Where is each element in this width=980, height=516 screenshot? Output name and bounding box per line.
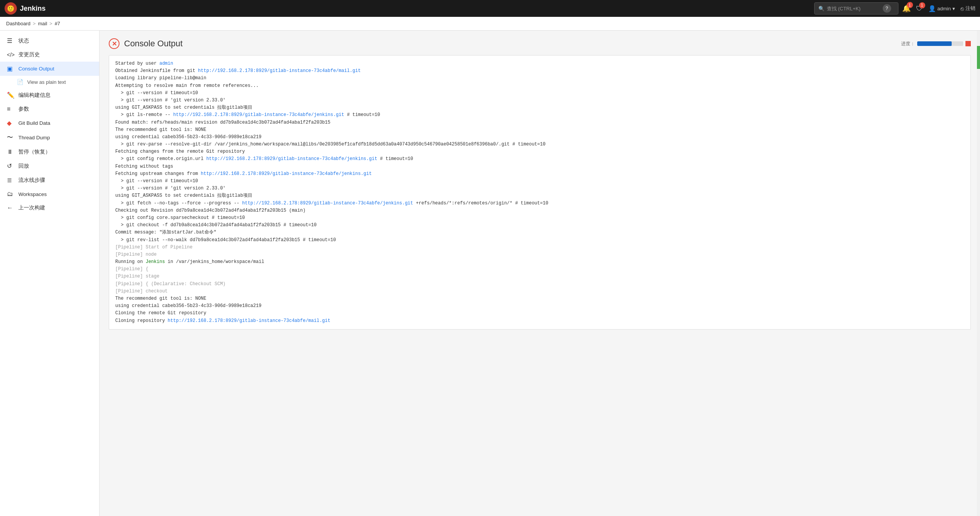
scrollbar-thumb[interactable] (977, 46, 980, 69)
sidebar-item-pipeline-steps[interactable]: ≣ 流水线步骤 (0, 173, 99, 187)
file-icon: 📄 (17, 79, 23, 85)
notification-badge: 1 (907, 2, 913, 8)
navbar: 🙂 Jenkins 🔍 ? 🔔 1 🛡 1 👤 admin ▾ ⎋ 注销 (0, 0, 980, 17)
sidebar-item-thread-dump[interactable]: 〜 Thread Dump (0, 130, 99, 145)
search-box[interactable]: 🔍 ? (814, 2, 898, 15)
sidebar-item-pause[interactable]: ⏸ 暂停（恢复） (0, 145, 99, 159)
arrow-left-icon: ← (7, 204, 15, 211)
jenkins-node-link[interactable]: Jenkins (146, 259, 165, 265)
breadcrumb: Dashboard > mail > #7 (0, 17, 980, 31)
pipeline-icon: ≣ (7, 176, 15, 184)
sidebar: ☰ 状态 </> 变更历史 ▣ Console Output 📄 View as… (0, 31, 100, 516)
console-output: Started by user admin Obtained Jenkinsfi… (109, 55, 971, 330)
console-icon: ▣ (7, 65, 15, 72)
sidebar-item-label-pipeline-steps: 流水线步骤 (18, 177, 45, 184)
sidebar-item-console[interactable]: ▣ Console Output (0, 62, 99, 76)
config-remote-link[interactable]: http://192.168.2.178:8929/gitlab-instanc… (206, 156, 377, 162)
admin-label: admin (937, 6, 951, 11)
sidebar-item-label-status: 状态 (18, 38, 29, 44)
navbar-icons: 🔔 1 🛡 1 👤 admin ▾ ⎋ 注销 (902, 4, 975, 13)
console-header: ✕ Console Output 进度： (109, 38, 971, 49)
progress-area: 进度： (901, 41, 971, 47)
edit-icon: ✏️ (7, 91, 15, 99)
error-status-icon: ✕ (109, 38, 119, 49)
pause-icon: ⏸ (7, 149, 15, 155)
logo-icon: 🙂 (5, 2, 17, 15)
logout-label: 注销 (965, 5, 975, 12)
git-icon: ◆ (7, 119, 15, 127)
notification-bell[interactable]: 🔔 1 (902, 4, 911, 13)
admin-link[interactable]: admin (159, 61, 173, 66)
sidebar-item-workspaces[interactable]: 🗂 Workspaces (0, 187, 99, 201)
sidebar-item-label-workspaces: Workspaces (18, 191, 47, 197)
status-icon: ☰ (7, 37, 15, 44)
sidebar-item-params[interactable]: ≡ 参数 (0, 102, 99, 116)
logout-icon: ⎋ (960, 5, 964, 12)
user-icon: 👤 (928, 5, 936, 12)
replay-icon: ↺ (7, 162, 15, 170)
search-icon: 🔍 (818, 6, 825, 11)
breadcrumb-dashboard[interactable]: Dashboard (6, 21, 31, 26)
fetch-upstream-link[interactable]: http://192.168.2.178:8929/gitlab-instanc… (201, 171, 371, 176)
sidebar-item-label-replay: 回放 (18, 163, 29, 170)
chevron-down-icon: ▾ (952, 6, 955, 11)
sidebar-item-changes[interactable]: </> 变更历史 (0, 48, 99, 62)
search-input[interactable] (827, 6, 880, 11)
thread-icon: 〜 (7, 134, 15, 142)
sidebar-item-replay[interactable]: ↺ 回放 (0, 159, 99, 173)
sidebar-item-label-changes: 变更历史 (18, 51, 40, 58)
breadcrumb-sep-1: > (33, 21, 36, 26)
sidebar-item-label-console: Console Output (18, 66, 54, 72)
sidebar-item-label-pause: 暂停（恢复） (18, 149, 51, 155)
sidebar-item-git-build[interactable]: ◆ Git Build Data (0, 116, 99, 130)
sidebar-item-prev-build[interactable]: ← 上一次构建 (0, 201, 99, 215)
sidebar-item-label-params: 参数 (18, 106, 29, 113)
sidebar-item-plain-text[interactable]: 📄 View as plain text (0, 76, 99, 88)
right-scrollbar (977, 31, 980, 516)
progress-bar-fill (917, 41, 952, 46)
sidebar-item-edit-build[interactable]: ✏️ 编辑构建信息 (0, 88, 99, 102)
jenkinsfile-git-link[interactable]: http://192.168.2.178:8929/gitlab-instanc… (198, 68, 361, 73)
git-fetch-link[interactable]: http://192.168.2.178:8929/gitlab-instanc… (242, 201, 413, 206)
ls-remote-link[interactable]: http://192.168.2.178:8929/gitlab-instanc… (173, 112, 344, 118)
sidebar-item-label-edit-build: 编辑构建信息 (18, 92, 51, 99)
sidebar-item-label-git-build: Git Build Data (18, 120, 50, 126)
breadcrumb-mail[interactable]: mail (38, 21, 47, 26)
params-icon: ≡ (7, 106, 15, 113)
clone-repo-link[interactable]: http://192.168.2.178:8929/gitlab-instanc… (168, 318, 330, 323)
help-button[interactable]: ? (883, 4, 891, 13)
sidebar-item-label-thread-dump: Thread Dump (18, 135, 50, 140)
sidebar-item-label-prev-build: 上一次构建 (18, 204, 45, 211)
progress-end-icon (965, 41, 971, 46)
main-content: ✕ Console Output 进度： Started by user adm… (100, 31, 980, 516)
page-title: Console Output (124, 39, 183, 49)
progress-label: 进度： (901, 41, 915, 47)
sidebar-item-label-plain-text: View as plain text (27, 79, 66, 85)
logo-text: Jenkins (20, 5, 46, 13)
code-icon: </> (7, 52, 15, 58)
admin-menu[interactable]: 👤 admin ▾ (928, 5, 955, 12)
breadcrumb-build-number[interactable]: #7 (55, 21, 60, 26)
logo: 🙂 Jenkins (5, 2, 46, 15)
security-badge: 1 (919, 2, 925, 8)
progress-bar-container (917, 41, 963, 46)
sidebar-item-status[interactable]: ☰ 状态 (0, 34, 99, 48)
layout: ☰ 状态 </> 变更历史 ▣ Console Output 📄 View as… (0, 31, 980, 516)
workspace-icon: 🗂 (7, 191, 15, 198)
breadcrumb-sep-2: > (49, 21, 52, 26)
logout-button[interactable]: ⎋ 注销 (960, 5, 975, 12)
security-icon-wrapper[interactable]: 🛡 1 (916, 5, 923, 13)
console-line-1: Started by user admin Obtained Jenkinsfi… (115, 61, 548, 323)
